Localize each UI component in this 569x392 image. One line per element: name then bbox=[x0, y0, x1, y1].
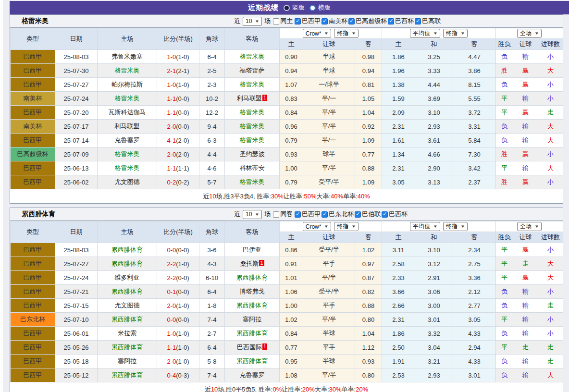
handicap-away-odds: 0.82 bbox=[355, 285, 382, 299]
checkbox-checked-icon[interactable] bbox=[295, 18, 301, 24]
away-cell: 利马联盟1 bbox=[225, 92, 280, 106]
recent-games-select[interactable]: 10 ▼ bbox=[243, 17, 262, 26]
result-handicap: 输 bbox=[513, 120, 538, 134]
league-filter[interactable]: 巴西甲 bbox=[295, 17, 321, 25]
match-date: 25-06-13 bbox=[55, 161, 98, 175]
table-row: 巴西甲25-07-21累西腓体育0-1(0-0)6-4博塔弗戈1.06受平/半0… bbox=[11, 285, 563, 299]
bookmaker-select[interactable]: Crow*▼ bbox=[303, 29, 332, 38]
match-date: 25-07-21 bbox=[55, 285, 98, 299]
recent-games-value: 10 bbox=[246, 211, 252, 218]
full-match-select[interactable]: 全场▼ bbox=[517, 29, 542, 38]
result-outcome: 负 bbox=[496, 368, 513, 382]
league-filter[interactable]: 巴伯联 bbox=[355, 210, 381, 219]
home-cell: 累西腓体育 bbox=[98, 368, 157, 382]
layout-vertical-option[interactable]: 竖版 bbox=[284, 3, 305, 12]
average-group-header: 平均值▼ 终指▼ bbox=[382, 221, 496, 232]
average-select[interactable]: 平均值▼ bbox=[410, 222, 440, 231]
col-odds-away: 客 bbox=[355, 39, 382, 50]
col-handicap-result: 让球 bbox=[513, 39, 538, 50]
home-cell: 瓦斯科达伽马 bbox=[98, 106, 157, 120]
checkbox-checked-icon[interactable] bbox=[388, 18, 394, 24]
avg-home-odds: 3.05 bbox=[382, 175, 415, 189]
away-team-name: 累西腓体育 bbox=[236, 302, 268, 309]
avg-time-select[interactable]: 终指▼ bbox=[443, 222, 468, 231]
checkbox-checked-icon[interactable] bbox=[322, 18, 328, 24]
away-cell: 巴伊亚 bbox=[225, 243, 280, 257]
recent-games-select[interactable]: 10 ▼ bbox=[243, 210, 262, 219]
full-match-select[interactable]: 全场▼ bbox=[517, 222, 542, 231]
section-header: 格雷米奥 近 10 ▼ 场 同主 巴西甲南美杯巴高超级杯巴西杯巴高联 bbox=[10, 15, 563, 28]
red-card-badge: 1 bbox=[262, 95, 267, 101]
checkbox-unchecked-icon[interactable] bbox=[273, 211, 279, 218]
league-filter[interactable]: 巴东北杯 bbox=[322, 210, 354, 219]
result-handicap: 输 bbox=[513, 355, 538, 368]
home-team-name: 克鲁塞罗 bbox=[115, 136, 140, 144]
checkbox-checked-icon[interactable] bbox=[415, 18, 421, 24]
chevron-down-icon: ▼ bbox=[534, 31, 539, 36]
odds-time-select[interactable]: 终指▼ bbox=[334, 222, 359, 231]
handicap-home-odds: 1.08 bbox=[280, 368, 303, 382]
col-date: 日期 bbox=[55, 221, 98, 243]
home-cell: 利马联盟 bbox=[98, 120, 157, 134]
full-time-score: 1-0 bbox=[167, 330, 176, 337]
corner-count: 2-7 bbox=[199, 327, 225, 341]
checkbox-checked-icon[interactable] bbox=[322, 211, 328, 218]
handicap-home-odds: 1.02 bbox=[280, 313, 303, 327]
result-handicap: 赢 bbox=[513, 106, 538, 120]
avg-home-odds: 2.31 bbox=[382, 161, 415, 175]
league-filter[interactable]: 南美杯 bbox=[322, 17, 347, 25]
match-type-badge: 巴西甲 bbox=[11, 285, 55, 299]
col-home: 主场 bbox=[98, 28, 157, 50]
odds-time-select[interactable]: 终指▼ bbox=[334, 29, 359, 38]
bookmaker-select[interactable]: Crow*▼ bbox=[303, 222, 332, 231]
handicap-away-odds: 1.04 bbox=[355, 327, 382, 341]
same-venue-filter[interactable]: 同客 bbox=[273, 210, 293, 219]
corner-count: 10-2 bbox=[199, 92, 225, 106]
score-cell: 0-0(0-0) bbox=[157, 313, 199, 327]
score-cell: 2-1(2-1) bbox=[157, 64, 199, 78]
result-handicap: 输 bbox=[513, 368, 538, 382]
handicap-away-odds: 0.80 bbox=[355, 313, 382, 327]
summary-text-segment: 20% bbox=[302, 386, 315, 392]
checkbox-checked-icon[interactable] bbox=[355, 211, 361, 218]
handicap-home-odds: 0.79 bbox=[280, 175, 303, 189]
same-venue-filter[interactable]: 同主 bbox=[273, 17, 293, 25]
radio-selected-icon[interactable] bbox=[284, 5, 290, 11]
checkbox-checked-icon[interactable] bbox=[295, 211, 301, 218]
league-filter[interactable]: 巴高超级杯 bbox=[348, 17, 387, 25]
checkbox-checked-icon[interactable] bbox=[348, 18, 355, 24]
red-card-badge: 1 bbox=[259, 260, 264, 266]
home-cell: 米拉索 bbox=[98, 327, 157, 341]
result-outcome: 负 bbox=[496, 120, 513, 134]
league-filter[interactable]: 巴西杯 bbox=[388, 17, 414, 25]
away-team-name: 累西腓体育 bbox=[236, 330, 268, 337]
checkbox-checked-icon[interactable] bbox=[382, 211, 388, 218]
result-goals: 大 bbox=[538, 134, 563, 147]
page-title: 近期战绩 bbox=[248, 3, 279, 12]
corner-count: 4-3 bbox=[199, 257, 225, 271]
left-margin bbox=[0, 0, 3, 392]
result-outcome: 胜 bbox=[496, 64, 513, 78]
away-team-name: 科林蒂安 bbox=[240, 164, 265, 172]
title-bar: 近期战绩 竖版 横版 bbox=[10, 1, 569, 14]
league-filter[interactable]: 巴西杯 bbox=[382, 210, 408, 219]
match-type-badge: 巴西甲 bbox=[11, 341, 55, 355]
average-select[interactable]: 平均值▼ bbox=[410, 29, 440, 38]
league-filter[interactable]: 巴高联 bbox=[415, 17, 441, 25]
avg-home-odds: 2.58 bbox=[382, 257, 415, 271]
col-corner: 角球 bbox=[199, 221, 225, 243]
radio-unselected-icon[interactable] bbox=[309, 5, 316, 11]
avg-draw-odds: 3.04 bbox=[415, 341, 453, 355]
layout-horizontal-option[interactable]: 横版 bbox=[309, 3, 331, 12]
away-team-name: 格雷米奥 bbox=[240, 81, 265, 88]
home-cell: 尤文图德 bbox=[98, 299, 157, 313]
score-cell: 2-0(1-0) bbox=[157, 299, 199, 313]
home-team-name: 格雷米奥 bbox=[115, 150, 140, 158]
handicap-line: 平手 bbox=[303, 341, 355, 355]
half-time-score: (0-0) bbox=[176, 316, 189, 323]
league-filter[interactable]: 巴西甲 bbox=[295, 210, 321, 219]
league-filter-label: 巴西杯 bbox=[395, 17, 414, 25]
checkbox-unchecked-icon[interactable] bbox=[273, 18, 279, 24]
result-handicap: 赢 bbox=[513, 271, 538, 285]
avg-time-select[interactable]: 终指▼ bbox=[443, 29, 468, 38]
